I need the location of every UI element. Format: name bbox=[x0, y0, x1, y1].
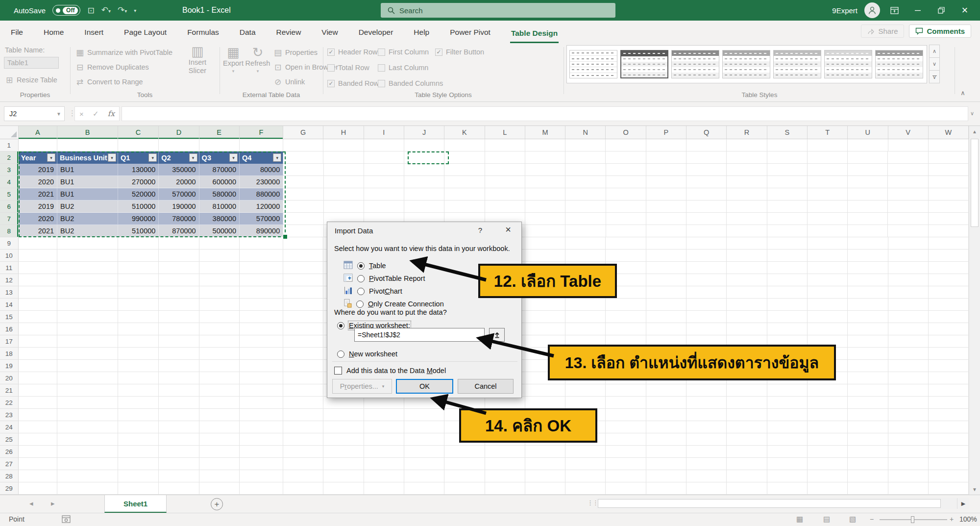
cell-O8[interactable] bbox=[606, 225, 646, 237]
cell-A9[interactable] bbox=[19, 237, 57, 250]
cell-N16[interactable] bbox=[565, 323, 606, 335]
cell-E10[interactable] bbox=[199, 250, 240, 262]
cell-T23[interactable] bbox=[808, 409, 848, 421]
cell-C25[interactable] bbox=[118, 433, 159, 446]
cell-C10[interactable] bbox=[118, 250, 159, 262]
cell-B17[interactable] bbox=[57, 335, 118, 348]
select-all-corner[interactable] bbox=[0, 126, 19, 139]
cell-E9[interactable] bbox=[199, 237, 240, 250]
cell-C2[interactable]: Q1▾ bbox=[118, 151, 159, 164]
column-header-G[interactable]: G bbox=[283, 126, 323, 139]
cell-D3[interactable]: 350000 bbox=[159, 164, 199, 176]
cell-A17[interactable] bbox=[19, 335, 57, 348]
row-header-15[interactable]: 15 bbox=[0, 311, 19, 323]
cell-P10[interactable] bbox=[646, 250, 686, 262]
cell-Q9[interactable] bbox=[686, 237, 727, 250]
cell-A6[interactable]: 2019 bbox=[19, 200, 57, 213]
cell-D18[interactable] bbox=[159, 348, 199, 360]
cell-W15[interactable] bbox=[929, 311, 969, 323]
cell-P12[interactable] bbox=[646, 274, 686, 286]
cell-A10[interactable] bbox=[19, 250, 57, 262]
cell-J6[interactable] bbox=[404, 200, 444, 213]
column-header-M[interactable]: M bbox=[525, 126, 565, 139]
cell-A24[interactable] bbox=[19, 421, 57, 433]
cell-I23[interactable] bbox=[364, 409, 404, 421]
cell-H6[interactable] bbox=[324, 200, 364, 213]
cell-G18[interactable] bbox=[283, 348, 323, 360]
cell-Q5[interactable] bbox=[686, 188, 727, 200]
cell-W13[interactable] bbox=[929, 286, 969, 299]
cell-V3[interactable] bbox=[888, 164, 928, 176]
cell-S15[interactable] bbox=[767, 311, 808, 323]
cell-J26[interactable] bbox=[404, 446, 444, 458]
cell-G2[interactable] bbox=[283, 151, 323, 164]
cell-J29[interactable] bbox=[404, 482, 444, 495]
cell-U9[interactable] bbox=[848, 237, 888, 250]
cell-S11[interactable] bbox=[767, 262, 808, 274]
cell-E24[interactable] bbox=[199, 421, 240, 433]
cell-D12[interactable] bbox=[159, 274, 199, 286]
filter-button[interactable]: ▾ bbox=[229, 153, 238, 162]
cell-E15[interactable] bbox=[199, 311, 240, 323]
cell-U12[interactable] bbox=[848, 274, 888, 286]
cell-F7[interactable]: 570000 bbox=[240, 213, 283, 225]
restore-button[interactable] bbox=[932, 0, 951, 21]
cell-E13[interactable] bbox=[199, 286, 240, 299]
undo-button[interactable]: ↶▾ bbox=[101, 6, 111, 15]
cell-F24[interactable] bbox=[240, 421, 283, 433]
cell-U15[interactable] bbox=[848, 311, 888, 323]
cell-B26[interactable] bbox=[57, 446, 118, 458]
cell-L26[interactable] bbox=[485, 446, 525, 458]
cell-E1[interactable] bbox=[199, 139, 240, 151]
cell-T29[interactable] bbox=[808, 482, 848, 495]
cell-C17[interactable] bbox=[118, 335, 159, 348]
cell-E22[interactable] bbox=[199, 397, 240, 409]
tab-home[interactable]: Home bbox=[43, 26, 65, 39]
cell-F15[interactable] bbox=[240, 311, 283, 323]
cell-W17[interactable] bbox=[929, 335, 969, 348]
cell-C5[interactable]: 520000 bbox=[118, 188, 159, 200]
cell-T8[interactable] bbox=[808, 225, 848, 237]
cell-E23[interactable] bbox=[199, 409, 240, 421]
cell-C16[interactable] bbox=[118, 323, 159, 335]
cell-U2[interactable] bbox=[848, 151, 888, 164]
cell-P27[interactable] bbox=[646, 458, 686, 470]
view-option-only-create-connection[interactable]: Only Create Connection bbox=[343, 299, 444, 309]
cell-T24[interactable] bbox=[808, 421, 848, 433]
cell-B7[interactable]: BU2 bbox=[57, 213, 118, 225]
cell-M1[interactable] bbox=[525, 139, 565, 151]
cell-T2[interactable] bbox=[808, 151, 848, 164]
cell-U23[interactable] bbox=[848, 409, 888, 421]
cell-B24[interactable] bbox=[57, 421, 118, 433]
cell-Q16[interactable] bbox=[686, 323, 727, 335]
cell-U24[interactable] bbox=[848, 421, 888, 433]
cell-B28[interactable] bbox=[57, 470, 118, 482]
cell-W19[interactable] bbox=[929, 360, 969, 372]
cell-B2[interactable]: Business Unit▾ bbox=[57, 151, 118, 164]
cell-A12[interactable] bbox=[19, 274, 57, 286]
cell-U6[interactable] bbox=[848, 200, 888, 213]
row-header-20[interactable]: 20 bbox=[0, 372, 19, 384]
tab-review[interactable]: Review bbox=[275, 26, 302, 39]
cell-V2[interactable] bbox=[888, 151, 928, 164]
cell-H28[interactable] bbox=[323, 470, 364, 482]
enter-entry-icon[interactable]: ✓ bbox=[93, 109, 99, 118]
cell-O7[interactable] bbox=[606, 213, 646, 225]
cell-T7[interactable] bbox=[808, 213, 848, 225]
cell-P15[interactable] bbox=[646, 311, 686, 323]
cell-F18[interactable] bbox=[240, 348, 283, 360]
cell-E11[interactable] bbox=[199, 262, 240, 274]
cell-E16[interactable] bbox=[199, 323, 240, 335]
table-style-2[interactable] bbox=[620, 50, 668, 78]
cell-R14[interactable] bbox=[727, 299, 767, 311]
table-style-5[interactable] bbox=[773, 50, 821, 78]
cell-H4[interactable] bbox=[324, 176, 364, 188]
cell-A19[interactable] bbox=[19, 360, 57, 372]
cell-P8[interactable] bbox=[646, 225, 686, 237]
cell-D5[interactable]: 570000 bbox=[159, 188, 199, 200]
sheet-nav-left-icon[interactable]: ◂ bbox=[29, 499, 33, 508]
cell-T11[interactable] bbox=[808, 262, 848, 274]
cell-D24[interactable] bbox=[159, 421, 199, 433]
cell-E6[interactable]: 810000 bbox=[199, 200, 240, 213]
cell-U19[interactable] bbox=[848, 360, 888, 372]
